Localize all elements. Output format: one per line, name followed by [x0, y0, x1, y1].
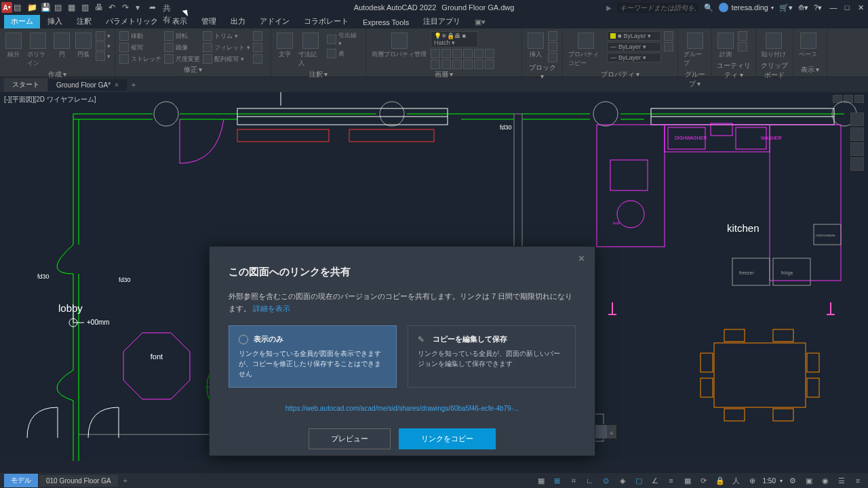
panel-annot[interactable]: 注釈 ▾: [275, 69, 361, 80]
status-hw-icon[interactable]: ◉: [819, 475, 831, 486]
status-grid-icon[interactable]: ⊞: [551, 475, 564, 486]
close-button[interactable]: ✕: [854, 1, 867, 14]
share-url-link[interactable]: https://web.autocad.com/acad/me/sid/shar…: [285, 405, 519, 412]
status-trans-icon[interactable]: ▦: [682, 475, 694, 486]
tab-output[interactable]: 出力: [224, 14, 252, 28]
match-button[interactable]: プロパティコピー: [567, 31, 604, 69]
status-ortho-icon[interactable]: ∟: [584, 475, 596, 486]
block-tool3[interactable]: [548, 53, 557, 62]
option-view-only[interactable]: 表示のみ リンクを知っている全員が図面を表示できますが、コピーを修正したり保存す…: [229, 325, 397, 388]
tab-express[interactable]: Express Tools: [356, 16, 416, 28]
status-anno2-icon[interactable]: 人: [730, 475, 743, 486]
util-tool1[interactable]: [738, 31, 747, 41]
maximize-button[interactable]: □: [841, 1, 853, 14]
option-edit-copy[interactable]: ✎コピーを編集して保存 リンクを知っている全員が、図面の新しいバージョンを編集し…: [408, 325, 576, 388]
panel-view[interactable]: 表示 ▾: [797, 64, 823, 75]
layer-tool1[interactable]: [431, 49, 440, 58]
layer-tool10[interactable]: [463, 60, 473, 69]
print-icon[interactable]: 🖶: [95, 3, 104, 12]
open-icon[interactable]: 📁: [27, 3, 37, 12]
search-input[interactable]: [617, 3, 698, 13]
play-icon[interactable]: ▶: [606, 4, 612, 12]
help-icon[interactable]: ?▾: [814, 3, 822, 12]
status-anno-icon[interactable]: 🔒: [714, 475, 726, 486]
status-scale[interactable]: 1:50: [763, 477, 776, 485]
undo-icon[interactable]: ↶: [108, 3, 118, 12]
layer-tool8[interactable]: [441, 60, 451, 69]
draw-more1[interactable]: ▾: [96, 31, 111, 41]
layerprop-button[interactable]: 画層プロパティ管理: [370, 31, 428, 60]
layer-tool2[interactable]: [441, 49, 451, 58]
status-max-icon[interactable]: ▣: [803, 475, 815, 486]
status-cycle-icon[interactable]: ⟳: [698, 475, 710, 486]
panel-modify[interactable]: 修正 ▾: [119, 64, 267, 75]
dim-button[interactable]: 寸法記入: [297, 31, 324, 69]
fillet-button[interactable]: フィレット ▾: [203, 43, 250, 52]
layer-tool9[interactable]: [452, 60, 462, 69]
polyline-button[interactable]: ポリライン: [26, 31, 50, 69]
tab-addins[interactable]: アドイン: [253, 14, 296, 28]
account-menu[interactable]: teresa.ding ▾: [719, 3, 773, 12]
layer-tool6[interactable]: [485, 49, 494, 58]
autodesk-icon[interactable]: ⟰▾: [798, 3, 808, 12]
nav-zoom-icon[interactable]: [850, 142, 864, 156]
mirror-button[interactable]: 鏡像: [164, 43, 200, 52]
color-dropdown[interactable]: ■ ByLayer ▾: [607, 31, 661, 41]
tab-manage[interactable]: 管理: [195, 14, 223, 28]
mod-more2[interactable]: [253, 43, 262, 52]
minimize-button[interactable]: —: [827, 1, 840, 14]
block-tool1[interactable]: [548, 31, 557, 41]
web-icon[interactable]: ▦: [68, 3, 77, 12]
save-icon[interactable]: 💾: [41, 3, 50, 12]
status-iso2-icon[interactable]: ☰: [835, 475, 848, 486]
line-button[interactable]: 線分: [4, 31, 23, 60]
tab-collapse[interactable]: ▣▾: [468, 16, 492, 28]
tab-home[interactable]: ホーム: [4, 14, 40, 28]
insert-button[interactable]: 挿入: [526, 31, 545, 60]
qat-more-icon[interactable]: ▾: [136, 3, 145, 12]
tab-collaborate[interactable]: コラボレート: [297, 14, 355, 28]
circle-button[interactable]: 円: [52, 31, 71, 60]
cart-icon[interactable]: 🛒▾: [779, 3, 793, 12]
redo-icon[interactable]: ↷: [122, 3, 132, 12]
layer-tool3[interactable]: [452, 49, 462, 58]
lineweight-dropdown[interactable]: — ByLayer ▾: [607, 53, 661, 62]
paste-button[interactable]: 貼り付け: [760, 31, 787, 60]
drawing-canvas[interactable]: [-][平面図][2D ワイヤフレーム]: [0, 92, 868, 461]
status-osnap-icon[interactable]: ▢: [633, 475, 645, 486]
status-gear-icon[interactable]: ⚙: [787, 475, 799, 486]
panel-clip[interactable]: クリップボード: [760, 60, 789, 81]
scale-button[interactable]: 尺度変更: [164, 54, 200, 64]
tab-model[interactable]: モデル: [4, 474, 38, 487]
cmd-expand-icon[interactable]: ▴: [607, 428, 616, 436]
status-custom-icon[interactable]: ≡: [852, 475, 864, 486]
move-button[interactable]: 移動: [119, 31, 161, 41]
table-button[interactable]: 表: [327, 49, 361, 58]
tab-insert[interactable]: 挿入: [41, 14, 69, 28]
share-icon[interactable]: ➦: [149, 3, 159, 12]
tab-featured[interactable]: 注目アプリ: [416, 14, 467, 28]
status-snap-icon[interactable]: ⌗: [568, 475, 580, 486]
block-tool2[interactable]: [548, 42, 557, 52]
prop-tool1[interactable]: [664, 31, 673, 41]
layer-tool4[interactable]: [463, 49, 473, 58]
array-button[interactable]: 配列複写 ▾: [203, 54, 250, 64]
arc-button[interactable]: 円弧: [74, 31, 93, 60]
draw-more2[interactable]: ▾: [96, 41, 111, 51]
mod-more3[interactable]: [253, 54, 262, 64]
viewport-label[interactable]: [-][平面図][2D ワイヤフレーム]: [4, 95, 96, 104]
tab-start[interactable]: スタート: [4, 78, 47, 92]
nav-pan-icon[interactable]: [850, 127, 864, 141]
layer-dropdown[interactable]: 💡❄🔒🖶 ■ Hatch ▾: [431, 31, 478, 47]
linetype-dropdown[interactable]: — ByLayer ▾: [607, 42, 661, 52]
tab-annotate[interactable]: 注釈: [70, 14, 98, 28]
tab-file1[interactable]: Ground Floor GA* ×: [48, 79, 127, 91]
tab-add-button[interactable]: +: [127, 79, 140, 91]
status-anno3-icon[interactable]: ⊕: [747, 475, 759, 486]
layer-tool12[interactable]: [485, 60, 494, 69]
layer-tool11[interactable]: [474, 60, 484, 69]
prop-tool2[interactable]: [664, 42, 673, 52]
panel-group[interactable]: グループ ▾: [682, 69, 707, 89]
status-model-icon[interactable]: ▦: [535, 475, 547, 486]
nav-orbit-icon[interactable]: [850, 157, 864, 171]
